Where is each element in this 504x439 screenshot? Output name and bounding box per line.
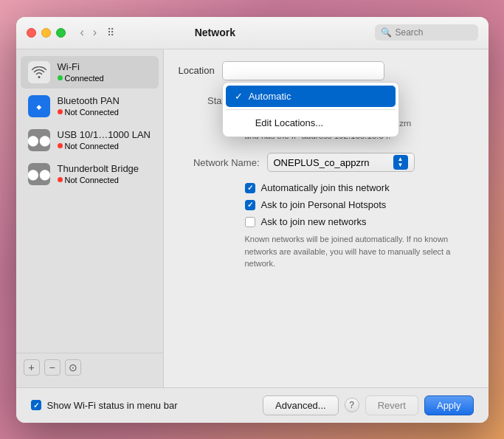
bt-info: Bluetooth PAN Not Connected xyxy=(58,95,120,117)
revert-button[interactable]: Revert xyxy=(365,395,418,415)
wifi-name: Wi-Fi xyxy=(58,61,104,74)
search-input[interactable] xyxy=(396,27,472,38)
thunderbolt-symbol: ⬤⬤ xyxy=(27,168,51,180)
wifi-info: Wi-Fi Connected xyxy=(58,61,104,83)
action-network-button[interactable]: ⊙ xyxy=(65,359,81,376)
checkbox-personal-hotspots-row: Ask to join Personal Hotspots xyxy=(245,199,474,210)
usb-icon: ⬤⬤ xyxy=(28,129,50,151)
add-network-button[interactable]: + xyxy=(24,359,40,376)
bt-status: Not Connected xyxy=(58,108,120,117)
hint-text: Known networks will be joined automatica… xyxy=(245,233,452,270)
checkbox-personal-hotspots[interactable] xyxy=(245,200,255,210)
checkbox-auto-join-label: Automatically join this network xyxy=(261,182,390,193)
usb-status: Not Connected xyxy=(58,142,151,151)
bluetooth-icon: ⬥ xyxy=(28,95,50,117)
dropdown-item-edit-locations[interactable]: Edit Locations... xyxy=(226,112,396,134)
network-name-row: Network Name: ONEPLUS_co_appzrn ▲ ▼ xyxy=(179,153,474,172)
help-button[interactable]: ? xyxy=(345,398,359,412)
bt-name: Bluetooth PAN xyxy=(58,95,120,108)
location-area: ✓ Automatic Edit Locations... xyxy=(222,61,384,80)
network-name-label: Network Name: xyxy=(179,157,260,168)
dropdown-item-automatic[interactable]: ✓ Automatic xyxy=(226,86,396,107)
traffic-lights xyxy=(27,28,66,38)
content-area: Wi-Fi Connected ⬥ Bluetooth PAN Not Con xyxy=(16,49,489,387)
network-preferences-window: ‹ › ⠿ Network 🔍 xyxy=(16,17,489,423)
sidebar-bottom-bar: + − ⊙ xyxy=(16,353,163,381)
sidebar-item-thunderbolt[interactable]: ⬤⬤ Thunderbolt Bridge Not Connected xyxy=(21,158,159,190)
titlebar: ‹ › ⠿ Network 🔍 xyxy=(16,17,489,49)
thunderbolt-icon: ⬤⬤ xyxy=(28,163,50,185)
checkbox-new-networks-row: Ask to join new networks xyxy=(245,216,474,227)
checkbox-new-networks[interactable] xyxy=(245,217,255,227)
show-wifi-row: Show Wi-Fi status in menu bar xyxy=(31,400,256,411)
tb-info: Thunderbolt Bridge Not Connected xyxy=(58,163,139,184)
search-icon: 🔍 xyxy=(381,27,392,38)
close-button[interactable] xyxy=(27,28,36,38)
checkbox-personal-hotspots-label: Ask to join Personal Hotspots xyxy=(261,199,387,210)
checkbox-auto-join[interactable] xyxy=(245,183,255,193)
checkbox-show-wifi[interactable] xyxy=(31,400,41,410)
location-row: Location ✓ Automatic Edit xyxy=(179,61,474,80)
status-dot-green xyxy=(58,75,63,80)
remove-network-button[interactable]: − xyxy=(44,359,61,376)
checkbox-auto-join-row: Automatically join this network xyxy=(245,182,474,193)
sidebar-item-wifi[interactable]: Wi-Fi Connected xyxy=(21,56,159,89)
wifi-icon xyxy=(28,61,50,83)
bottom-bar: Show Wi-Fi status in menu bar Advanced..… xyxy=(16,387,489,423)
location-dropdown-menu: ✓ Automatic Edit Locations... xyxy=(222,82,399,137)
checkbox-new-networks-label: Ask to join new networks xyxy=(261,216,367,227)
status-dot-red-usb xyxy=(58,143,63,148)
location-dropdown[interactable] xyxy=(222,61,384,80)
sidebar-item-bluetooth-pan[interactable]: ⬥ Bluetooth PAN Not Connected xyxy=(21,90,159,122)
bluetooth-symbol: ⬥ xyxy=(35,100,43,113)
search-box: 🔍 xyxy=(375,24,478,41)
status-dot-red-bt xyxy=(58,109,63,114)
main-panel: Location ✓ Automatic Edit xyxy=(164,49,489,387)
dropdown-divider xyxy=(226,109,396,110)
usb-symbol: ⬤⬤ xyxy=(27,134,51,146)
apply-button[interactable]: Apply xyxy=(424,395,474,415)
sidebar: Wi-Fi Connected ⬥ Bluetooth PAN Not Con xyxy=(16,49,164,387)
window-title: Network xyxy=(63,27,367,38)
usb-info: USB 10/1…1000 LAN Not Connected xyxy=(58,129,151,151)
wifi-status: Connected xyxy=(58,74,104,83)
bottom-buttons: Advanced... ? Revert Apply xyxy=(263,395,473,415)
location-label: Location xyxy=(179,65,215,76)
check-icon: ✓ xyxy=(235,91,243,102)
advanced-button[interactable]: Advanced... xyxy=(263,395,339,415)
minimize-button[interactable] xyxy=(41,28,51,38)
sidebar-item-usb-lan[interactable]: ⬤⬤ USB 10/1…1000 LAN Not Connected xyxy=(21,124,159,156)
status-dot-red-tb xyxy=(58,177,63,182)
tb-name: Thunderbolt Bridge xyxy=(58,163,139,176)
tb-status: Not Connected xyxy=(58,176,139,184)
network-select-chevron: ▲ ▼ xyxy=(393,155,408,170)
show-wifi-label: Show Wi-Fi status in menu bar xyxy=(47,400,178,411)
usb-name: USB 10/1…1000 LAN xyxy=(58,129,151,142)
network-name-select[interactable]: ONEPLUS_co_appzrn ▲ ▼ xyxy=(267,153,415,172)
